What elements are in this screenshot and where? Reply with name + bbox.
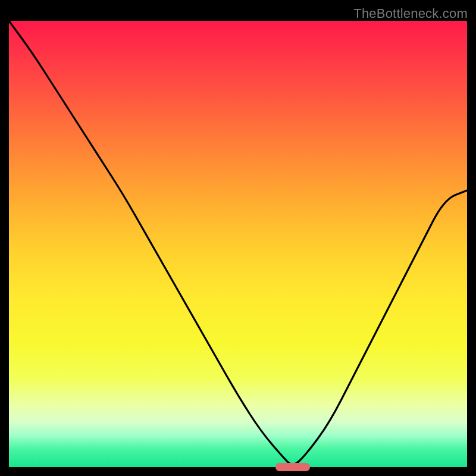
watermark-text: TheBottleneck.com (353, 6, 468, 21)
bottleneck-curve (9, 21, 467, 467)
current-selection-marker (275, 463, 310, 471)
chart-area (9, 21, 467, 467)
